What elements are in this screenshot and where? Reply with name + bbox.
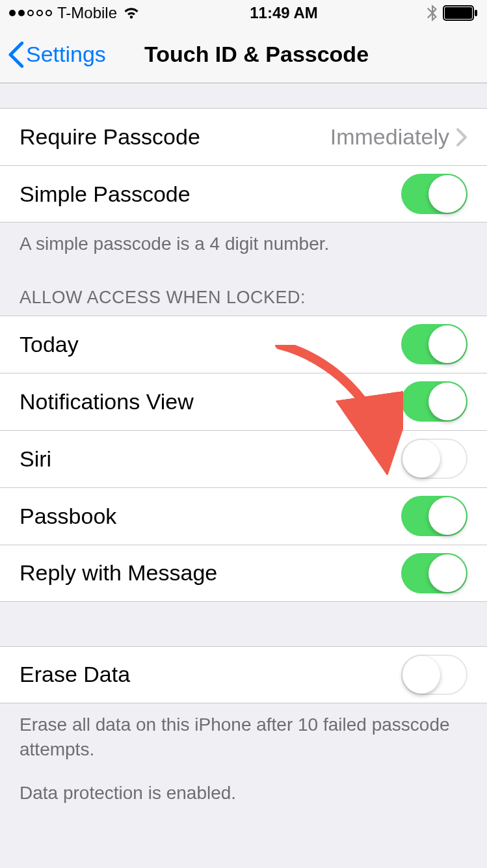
require-passcode-row[interactable]: Require Passcode Immediately (0, 108, 487, 165)
erase-data-footer-1: Erase all data on this iPhone after 10 f… (0, 703, 487, 768)
back-button[interactable]: Settings (8, 42, 106, 68)
erase-data-footer-2: Data protection is enabled. (0, 768, 487, 812)
svg-rect-1 (445, 7, 472, 19)
notifications-view-label: Notifications View (20, 389, 401, 414)
today-toggle[interactable] (401, 324, 467, 364)
svg-rect-2 (475, 10, 477, 16)
clock: 11:49 AM (250, 4, 317, 22)
today-row: Today (0, 316, 487, 373)
simple-passcode-toggle[interactable] (401, 174, 467, 214)
notifications-view-toggle[interactable] (401, 381, 467, 422)
reply-with-message-toggle[interactable] (401, 553, 467, 593)
bluetooth-icon (427, 5, 438, 21)
erase-data-label: Erase Data (20, 662, 401, 687)
battery-icon (443, 5, 478, 21)
status-right (427, 5, 478, 21)
today-label: Today (20, 332, 401, 357)
spacer (0, 602, 487, 646)
signal-strength-icon (9, 10, 52, 16)
siri-row: Siri (0, 430, 487, 487)
simple-passcode-row: Simple Passcode (0, 165, 487, 223)
back-label: Settings (26, 42, 106, 67)
spacer (0, 83, 487, 108)
require-passcode-label: Require Passcode (20, 124, 330, 150)
passbook-toggle[interactable] (401, 496, 467, 536)
require-passcode-value: Immediately (330, 124, 449, 150)
chevron-right-icon (456, 128, 467, 147)
reply-with-message-row: Reply with Message (0, 545, 487, 602)
passbook-row: Passbook (0, 487, 487, 545)
wifi-icon (122, 6, 140, 20)
reply-with-message-label: Reply with Message (20, 560, 401, 586)
nav-bar: Settings Touch ID & Passcode (0, 26, 487, 83)
allow-access-header: ALLOW ACCESS WHEN LOCKED: (0, 263, 487, 316)
chevron-left-icon (8, 42, 23, 68)
simple-passcode-footer: A simple passcode is a 4 digit number. (0, 223, 487, 263)
siri-label: Siri (20, 446, 401, 472)
siri-toggle[interactable] (401, 439, 467, 479)
simple-passcode-label: Simple Passcode (20, 182, 401, 207)
erase-data-row: Erase Data (0, 646, 487, 703)
status-bar: T-Mobile 11:49 AM (0, 0, 487, 26)
notifications-view-row: Notifications View (0, 373, 487, 430)
erase-data-toggle[interactable] (401, 655, 467, 695)
status-left: T-Mobile (9, 4, 140, 22)
carrier-label: T-Mobile (57, 4, 117, 22)
passbook-label: Passbook (20, 504, 401, 529)
